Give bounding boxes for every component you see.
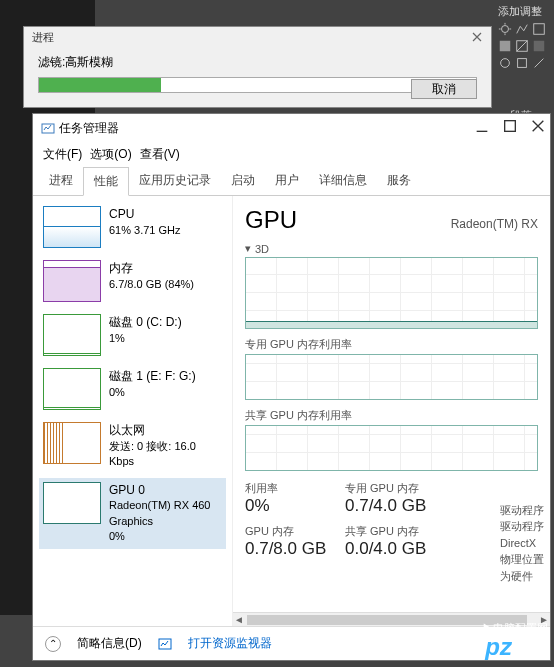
minimize-icon[interactable] (474, 118, 490, 134)
adj1-icon[interactable] (498, 56, 512, 70)
detail-model: Radeon(TM) RX (451, 217, 538, 231)
sidebar-item-ethernet[interactable]: 以太网发送: 0 接收: 16.0 Kbps (39, 418, 226, 474)
task-manager-window: 任务管理器 文件(F) 选项(O) 查看(V) 进程 性能 应用历史记录 启动 … (32, 113, 551, 661)
svg-rect-2 (500, 41, 511, 52)
close-icon[interactable] (471, 31, 483, 43)
swatch3-icon[interactable] (532, 39, 546, 53)
ethernet-sub: 发送: 0 接收: 16.0 Kbps (109, 439, 222, 470)
tab-services[interactable]: 服务 (377, 167, 421, 195)
app-icon (41, 121, 55, 135)
sidebar-item-disk0[interactable]: 磁盘 0 (C: D:)1% (39, 310, 226, 360)
tab-bar: 进程 性能 应用历史记录 启动 用户 详细信息 服务 (33, 167, 550, 196)
tab-details[interactable]: 详细信息 (309, 167, 377, 195)
progress-dialog: 进程 滤镜:高斯模糊 取消 (23, 26, 492, 108)
sidebar-item-gpu0[interactable]: GPU 0Radeon(TM) RX 460 Graphics0% (39, 478, 226, 549)
tab-processes[interactable]: 进程 (39, 167, 83, 195)
chart-3d-label: 3D (255, 243, 269, 255)
brightness-icon[interactable] (498, 22, 512, 36)
disk0-sub: 1% (109, 331, 182, 346)
resmon-icon (158, 637, 172, 651)
brief-info-link[interactable]: 简略信息(D) (77, 635, 142, 652)
svg-rect-6 (518, 59, 527, 68)
cpu-name: CPU (109, 206, 181, 223)
svg-rect-4 (534, 41, 545, 52)
gpu-meta-labels: 驱动程序驱动程序DirectX物理位置为硬件 (500, 502, 544, 585)
chevron-up-icon[interactable]: ⌃ (45, 636, 61, 652)
photoshop-adjustments-panel: 添加调整 (494, 0, 554, 120)
gpu-sub: Radeon(TM) RX 460 Graphics (109, 498, 222, 529)
chart-shared-label: 共享 GPU 内存利用率 (245, 408, 538, 423)
menubar: 文件(F) 选项(O) 查看(V) (33, 142, 550, 167)
tab-users[interactable]: 用户 (265, 167, 309, 195)
dedicated-label: 专用 GPU 内存 (345, 481, 445, 496)
chevron-down-icon[interactable]: ▾ (245, 242, 251, 255)
dedicated-value: 0.7/4.0 GB (345, 496, 445, 516)
menu-file[interactable]: 文件(F) (43, 146, 82, 163)
svg-rect-1 (534, 24, 545, 35)
memory-sub: 6.7/8.0 GB (84%) (109, 277, 194, 292)
cancel-button[interactable]: 取消 (411, 79, 477, 99)
sidebar-item-cpu[interactable]: CPU61% 3.71 GHz (39, 202, 226, 252)
menu-options[interactable]: 选项(O) (90, 146, 131, 163)
gpu-thumbnail-chart (43, 482, 101, 524)
adj3-icon[interactable] (532, 56, 546, 70)
close-icon[interactable] (530, 118, 546, 134)
svg-rect-8 (505, 121, 516, 132)
gpu-name: GPU 0 (109, 482, 222, 499)
disk1-sub: 0% (109, 385, 196, 400)
tab-startup[interactable]: 启动 (221, 167, 265, 195)
shared-value: 0.0/4.0 GB (345, 539, 445, 559)
ethernet-thumbnail-chart (43, 422, 101, 464)
gpumem-value: 0.7/8.0 GB (245, 539, 345, 559)
scroll-left-icon[interactable]: ◄ (233, 614, 245, 626)
tab-apphistory[interactable]: 应用历史记录 (129, 167, 221, 195)
gpu-pct: 0% (109, 529, 222, 544)
levels-icon[interactable] (515, 22, 529, 36)
window-title: 任务管理器 (59, 120, 119, 137)
svg-point-0 (502, 26, 509, 33)
util-label: 利用率 (245, 481, 345, 496)
maximize-icon[interactable] (502, 118, 518, 134)
swatch2-icon[interactable] (498, 39, 512, 53)
svg-rect-9 (159, 639, 171, 649)
cpu-thumbnail-chart (43, 206, 101, 248)
progress-title: 进程 (24, 27, 491, 48)
memory-name: 内存 (109, 260, 194, 277)
sidebar-item-disk1[interactable]: 磁盘 1 (E: F: G:)0% (39, 364, 226, 414)
chart-dedicated-label: 专用 GPU 内存利用率 (245, 337, 538, 352)
watermark-sub: ▶电脑配置网 (482, 621, 548, 636)
util-value: 0% (245, 496, 345, 516)
disk1-name: 磁盘 1 (E: F: G:) (109, 368, 196, 385)
ethernet-name: 以太网 (109, 422, 222, 439)
svg-point-5 (501, 59, 510, 68)
cpu-sub: 61% 3.71 GHz (109, 223, 181, 238)
detail-title: GPU (245, 206, 297, 234)
gradient-icon[interactable] (515, 39, 529, 53)
gpu-dedicated-chart (245, 354, 538, 400)
menu-view[interactable]: 查看(V) (140, 146, 180, 163)
gpumem-label: GPU 内存 (245, 524, 345, 539)
shared-label: 共享 GPU 内存 (345, 524, 445, 539)
detail-pane: GPU Radeon(TM) RX ▾3D 专用 GPU 内存利用率 共享 GP… (233, 196, 550, 626)
disk0-thumbnail-chart (43, 314, 101, 356)
adj2-icon[interactable] (515, 56, 529, 70)
filter-name-label: 滤镜:高斯模糊 (38, 54, 477, 71)
adjustments-label: 添加调整 (498, 4, 550, 19)
progress-fill (39, 78, 161, 92)
watermark: dnpz.net ▶电脑配置网 (452, 633, 548, 661)
tab-performance[interactable]: 性能 (83, 167, 129, 196)
gpu-shared-chart (245, 425, 538, 471)
swatch-icon[interactable] (532, 22, 546, 36)
resource-list: CPU61% 3.71 GHz 内存6.7/8.0 GB (84%) 磁盘 0 … (33, 196, 233, 626)
sidebar-item-memory[interactable]: 内存6.7/8.0 GB (84%) (39, 256, 226, 306)
disk0-name: 磁盘 0 (C: D:) (109, 314, 182, 331)
titlebar[interactable]: 任务管理器 (33, 114, 550, 142)
disk1-thumbnail-chart (43, 368, 101, 410)
open-resmon-link[interactable]: 打开资源监视器 (188, 635, 272, 652)
gpu-3d-chart (245, 257, 538, 329)
memory-thumbnail-chart (43, 260, 101, 302)
